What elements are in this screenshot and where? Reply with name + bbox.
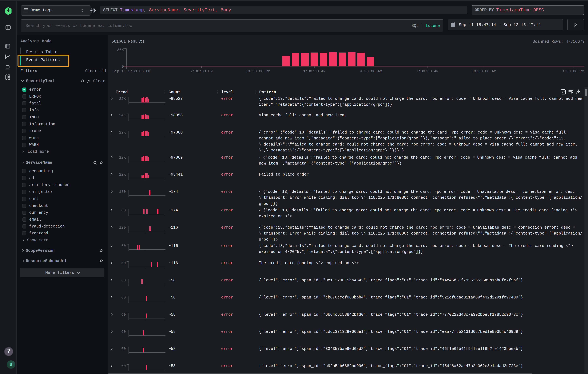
svg-text:10:30:00 PM: 10:30:00 PM	[246, 69, 270, 73]
svg-text:1:30:00 AM: 1:30:00 AM	[303, 69, 326, 73]
svg-text:7:30:00 PM: 7:30:00 PM	[190, 69, 213, 73]
svg-text:Sep 11 3:30:00 PM: Sep 11 3:30:00 PM	[112, 69, 150, 73]
svg-text:10:30:00 AM: 10:30:00 AM	[472, 69, 496, 73]
svg-text:0: 0	[122, 65, 124, 69]
svg-text:3:30:00 PM: 3:30:00 PM	[562, 69, 584, 73]
svg-text:7:30:00 AM: 7:30:00 AM	[416, 69, 439, 73]
svg-text:4:30:00 AM: 4:30:00 AM	[360, 69, 382, 73]
svg-text:80K: 80K	[117, 48, 124, 52]
